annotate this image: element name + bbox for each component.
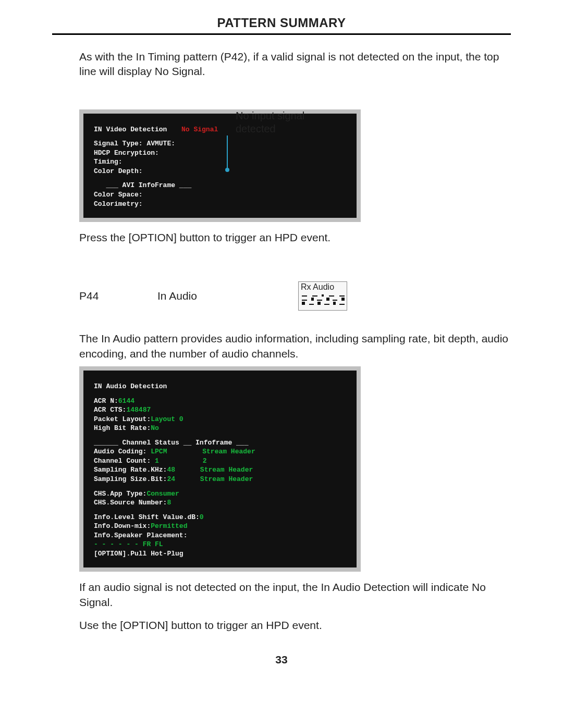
term1-l1-label: IN Video Detection bbox=[94, 126, 167, 133]
term1-l1-value: No Signal bbox=[181, 126, 218, 133]
t2-l3: ACR CTS:148487 bbox=[94, 405, 346, 415]
terminal-video-detection: IN Video Detection No Signal Signal Type… bbox=[79, 109, 361, 222]
pattern-number: P44 bbox=[79, 290, 111, 302]
t2-l7: Audio Coding: LPCM Stream Header bbox=[94, 447, 346, 456]
press-option-1: Press the [OPTION] button to trigger an … bbox=[79, 230, 511, 245]
callout-leader-line bbox=[227, 135, 228, 169]
term1-l6: ___ AVI InfoFrame ___ bbox=[94, 181, 346, 190]
waveform-icon bbox=[301, 293, 345, 305]
pattern-row-p44: P44 In Audio Rx Audio bbox=[79, 281, 511, 311]
page-number: 33 bbox=[52, 653, 511, 666]
callout-line1: No input signal bbox=[236, 110, 304, 121]
term1-l2: Signal Type: AVMUTE: bbox=[94, 139, 346, 149]
callout-line2: detected bbox=[236, 123, 276, 134]
pattern-name: In Audio bbox=[157, 290, 251, 302]
term1-l3: HDCP Encryption: bbox=[94, 149, 346, 158]
terminal-audio-detection: IN Audio Detection ACR N:6144 ACR CTS:14… bbox=[79, 366, 361, 572]
document-page: PATTERN SUMMARY As with the In Timing pa… bbox=[0, 0, 563, 687]
t2-l5: High Bit Rate:No bbox=[94, 424, 346, 433]
t2-l8: Channel Count: 1 2 bbox=[94, 456, 346, 466]
in-audio-description: The In Audio pattern provides audio info… bbox=[79, 331, 511, 361]
term1-l7: Color Space: bbox=[94, 190, 346, 200]
after-term2-p2: Use the [OPTION] button to trigger an HP… bbox=[79, 618, 511, 633]
callout-leader-dot bbox=[225, 168, 229, 172]
term1-l5: Color Depth: bbox=[94, 167, 346, 176]
callout-label: No input signal detected bbox=[236, 109, 304, 135]
t2-l2: ACR N:6144 bbox=[94, 397, 346, 406]
intro-paragraph: As with the In Timing pattern (P42), if … bbox=[79, 50, 511, 79]
t2-l13: Info.Level Shift Value.dB:0 bbox=[94, 513, 346, 522]
term1-l4: Timing: bbox=[94, 157, 346, 167]
t2-l6: ______ Channel Status __ Infoframe ___ bbox=[94, 438, 346, 448]
term1-line1: IN Video Detection No Signal bbox=[94, 125, 346, 134]
t2-l9: Sampling Rate.KHz:48 Stream Header bbox=[94, 465, 346, 475]
t2-l4: Packet Layout:Layout 0 bbox=[94, 415, 346, 424]
term1-l8: Colorimetry: bbox=[94, 200, 346, 209]
t2-l17: [OPTION].Pull Hot-Plug bbox=[94, 549, 346, 559]
t2-l1: IN Audio Detection bbox=[94, 382, 346, 391]
t2-l10: Sampling Size.Bit:24 Stream Header bbox=[94, 475, 346, 484]
t2-l15: Info.Speaker Placement: bbox=[94, 531, 346, 540]
rx-audio-thumbnail: Rx Audio bbox=[298, 281, 347, 311]
header-rule bbox=[52, 33, 511, 35]
rx-audio-label: Rx Audio bbox=[301, 283, 345, 291]
after-term2-p1: If an audio signal is not detected on th… bbox=[79, 580, 511, 610]
callout-figure: No input signal detected IN Video Detect… bbox=[79, 109, 511, 222]
page-title: PATTERN SUMMARY bbox=[52, 16, 511, 30]
t2-l11: CHS.App Type:Consumer bbox=[94, 489, 346, 499]
t2-l16: - - - - - - FR FL bbox=[94, 540, 346, 549]
t2-l12: CHS.Source Number:8 bbox=[94, 498, 346, 508]
t2-l14: Info.Down-mix:Permitted bbox=[94, 522, 346, 531]
